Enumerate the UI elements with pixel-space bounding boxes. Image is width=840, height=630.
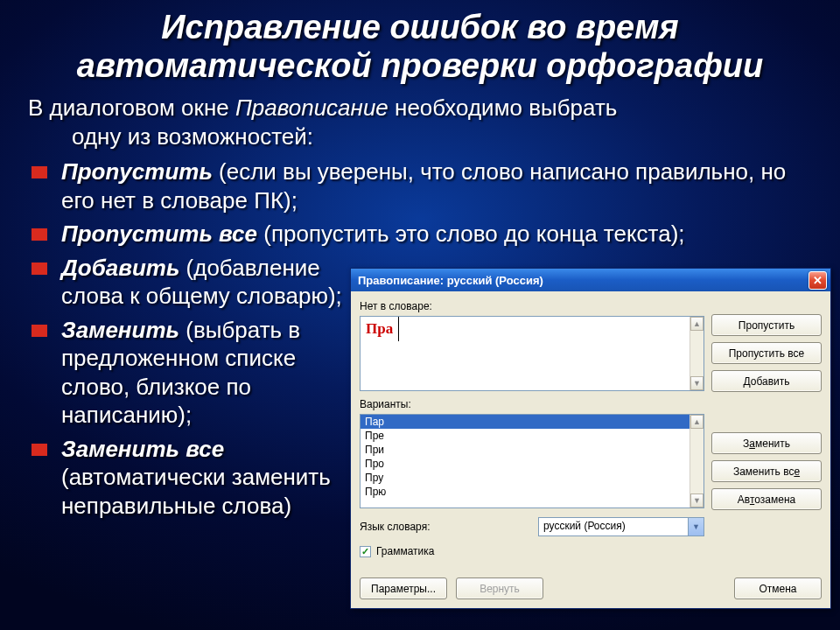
grammar-checkbox[interactable]: ✓ (360, 546, 371, 557)
check-icon: ✓ (361, 547, 369, 556)
misspelled-word: Пра (360, 317, 399, 341)
revert-button: Вернуть (456, 578, 543, 599)
lang-combo[interactable]: русский (Россия) ▼ (538, 517, 704, 536)
lang-label: Язык словаря: (360, 521, 526, 533)
bullet-bold: Заменить (61, 317, 179, 343)
bullet-list-lower: Добавить (добавление слова к общему слов… (24, 254, 374, 521)
list-item[interactable]: Прю (360, 485, 704, 499)
grammar-label: Грамматика (376, 545, 434, 557)
intro-ital: Правописание (235, 94, 388, 121)
scroll-down-icon[interactable]: ▼ (690, 494, 704, 508)
list-item: Пропустить все (пропустить это слово до … (24, 220, 816, 248)
dialog-titlebar[interactable]: Правописание: русский (Россия) ✕ (351, 269, 830, 291)
slide-title: Исправление ошибок во время автоматическ… (24, 9, 816, 85)
replace-button[interactable]: Заменить (711, 432, 822, 454)
variants-label: Варианты: (360, 398, 704, 410)
close-icon: ✕ (813, 275, 822, 286)
list-item[interactable]: При (360, 443, 704, 457)
chevron-down-icon[interactable]: ▼ (688, 518, 704, 536)
spellcheck-dialog: Правописание: русский (Россия) ✕ Нет в с… (350, 268, 831, 609)
scrollbar-vertical[interactable]: ▲ ▼ (690, 415, 704, 508)
add-button[interactable]: Добавить (711, 370, 822, 392)
close-button[interactable]: ✕ (808, 271, 827, 290)
skip-all-button[interactable]: Пропустить все (711, 342, 822, 364)
skip-button[interactable]: Пропустить (711, 314, 822, 336)
intro-post: необходимо выбрать (388, 94, 618, 121)
list-item: Пропустить (если вы уверены, что слово н… (24, 158, 816, 214)
list-item[interactable]: Пру (360, 471, 704, 485)
params-button[interactable]: Параметры... (360, 578, 447, 599)
dialog-title: Правописание: русский (Россия) (358, 274, 543, 287)
list-item[interactable]: Пре (360, 429, 704, 443)
scroll-up-icon[interactable]: ▲ (690, 415, 704, 429)
intro-text: В диалоговом окне Правописание необходим… (24, 94, 816, 150)
replace-all-button[interactable]: Заменить все (711, 460, 822, 482)
scrollbar-vertical[interactable]: ▲ ▼ (690, 317, 704, 390)
bullet-bold: Пропустить все (61, 220, 257, 247)
title-line-2: автоматической проверки орфографии (77, 47, 763, 84)
not-in-dict-label: Нет в словаре: (360, 300, 704, 312)
list-item[interactable]: Про (360, 457, 704, 471)
list-item: Заменить все (автоматически заменить неп… (24, 435, 357, 521)
list-item: Добавить (добавление слова к общему слов… (24, 254, 357, 311)
intro-line2: одну из возможностей: (28, 122, 816, 151)
variants-listbox[interactable]: Пар Пре При Про Пру Прю ▲ ▼ (360, 414, 704, 508)
cancel-button[interactable]: Отмена (734, 578, 822, 599)
list-item: Заменить (выбрать в предложенном списке … (24, 316, 357, 430)
scroll-up-icon[interactable]: ▲ (690, 317, 704, 331)
bullet-bold: Заменить все (61, 436, 224, 462)
title-line-1: Исправление ошибок во время (161, 9, 678, 46)
lang-value: русский (Россия) (539, 518, 688, 536)
bullet-list: Пропустить (если вы уверены, что слово н… (24, 158, 816, 248)
not-in-dict-textbox[interactable]: Пра ▲ ▼ (360, 316, 704, 391)
list-item[interactable]: Пар (360, 415, 704, 429)
bullet-bold: Пропустить (61, 158, 213, 185)
scroll-down-icon[interactable]: ▼ (690, 376, 704, 390)
autoreplace-button[interactable]: Автозамена (711, 488, 822, 510)
bullet-rest: (автоматически заменить неправильные сло… (61, 464, 331, 519)
bullet-bold: Добавить (61, 255, 179, 281)
intro-pre: В диалоговом окне (28, 94, 235, 121)
bullet-rest: (пропустить это слово до конца текста); (257, 220, 685, 247)
